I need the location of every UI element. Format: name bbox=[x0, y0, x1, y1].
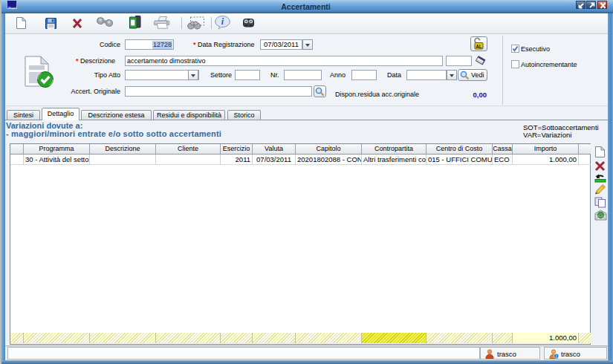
svg-text:AL: AL bbox=[476, 44, 482, 49]
